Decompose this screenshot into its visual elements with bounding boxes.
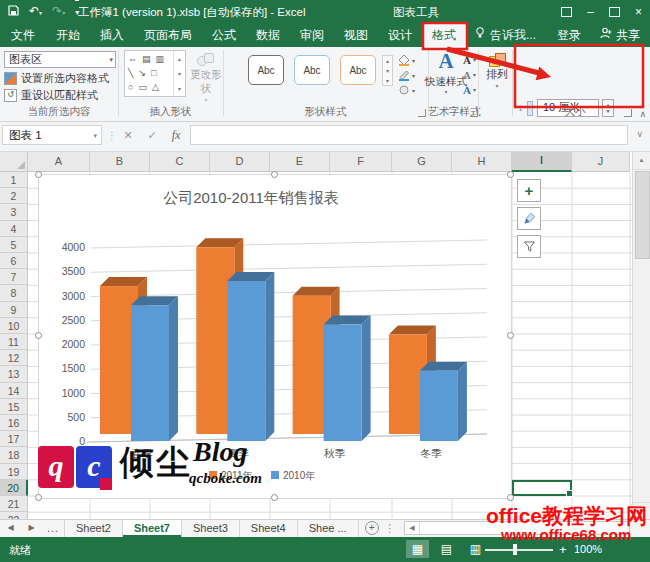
chart-resize-handle[interactable] xyxy=(507,332,514,339)
chart-elements-button[interactable]: + xyxy=(517,179,541,202)
undo-icon[interactable]: ↶▾ xyxy=(29,0,42,25)
tab-公式[interactable]: 公式 xyxy=(202,24,246,47)
tab-审阅[interactable]: 审阅 xyxy=(290,24,334,47)
row-header-15[interactable]: 15 xyxy=(0,399,28,415)
zoom-out-icon[interactable]: – xyxy=(471,542,478,557)
column-header-J[interactable]: J xyxy=(572,152,630,172)
row-header-2[interactable]: 2 xyxy=(0,188,28,204)
chart-resize-handle[interactable] xyxy=(271,494,278,501)
row-header-7[interactable]: 7 xyxy=(0,269,28,285)
chart-resize-handle[interactable] xyxy=(507,494,514,501)
tab-视图[interactable]: 视图 xyxy=(334,24,378,47)
sheet-tab-Sheet7[interactable]: Sheet7 xyxy=(123,520,182,537)
sheet-tab-Shee[interactable]: Shee ... xyxy=(298,520,359,537)
insert-function-icon[interactable]: fx xyxy=(164,128,188,143)
row-header-8[interactable]: 8 xyxy=(0,285,28,301)
gallery-scroll[interactable]: ▴▾▾ xyxy=(173,51,185,96)
sheet-tab-Sheet3[interactable]: Sheet3 xyxy=(182,520,240,537)
row-header-10[interactable]: 10 xyxy=(0,318,28,334)
sheet-nav-left-icon[interactable]: ◀ xyxy=(0,520,21,537)
tab-设计[interactable]: 设计 xyxy=(378,24,422,47)
select-all-corner[interactable] xyxy=(0,152,28,172)
active-cell-I20[interactable] xyxy=(512,480,572,496)
tab-数据[interactable]: 数据 xyxy=(246,24,290,47)
chart-styles-button[interactable] xyxy=(517,207,541,230)
new-sheet-icon[interactable]: + xyxy=(365,521,379,535)
tell-me-box[interactable]: 告诉我... xyxy=(466,24,545,47)
tab-开始[interactable]: 开始 xyxy=(46,24,90,47)
row-header-22[interactable]: 22 xyxy=(0,512,28,519)
text-box-shape-icon[interactable]: ▤ xyxy=(142,54,151,64)
shape-style-preview-2[interactable]: Abc xyxy=(294,55,330,85)
formula-input[interactable] xyxy=(190,125,628,145)
maximize-icon[interactable] xyxy=(609,7,620,17)
sign-in-button[interactable]: 登录 xyxy=(548,24,590,47)
share-button[interactable]: 共享 xyxy=(590,24,650,47)
shape-style-scroll[interactable]: ▴▾▾ xyxy=(382,55,393,86)
page-layout-view-icon[interactable]: ▤ xyxy=(435,540,458,558)
collapse-ribbon-icon[interactable]: ∧ xyxy=(639,109,646,119)
save-icon[interactable] xyxy=(8,5,19,19)
arrange-button[interactable]: 排列 ▾ xyxy=(481,53,513,89)
sheet-tab-Sheet2[interactable]: Sheet2 xyxy=(64,520,123,537)
chart-object[interactable]: 05001000150020002500300035004000春季夏季秋季冬季… xyxy=(38,174,512,499)
row-header-20[interactable]: 20 xyxy=(0,480,28,496)
column-header-A[interactable]: A xyxy=(28,152,90,172)
sheet-tab-Sheet4[interactable]: Sheet4 xyxy=(240,520,298,537)
row-header-9[interactable]: 9 xyxy=(0,302,28,318)
chart-resize-handle[interactable] xyxy=(35,171,42,178)
column-header-E[interactable]: E xyxy=(270,152,330,172)
close-icon[interactable]: × xyxy=(635,0,642,24)
shape-style-preview-3[interactable]: Abc xyxy=(340,55,376,85)
redo-icon[interactable]: ↷▾ xyxy=(52,0,65,25)
ribbon-display-options-icon[interactable] xyxy=(561,7,572,17)
column-header-G[interactable]: G xyxy=(392,152,452,172)
reset-to-match-style-button[interactable]: ↺ 重设以匹配样式 xyxy=(4,88,98,102)
oval-shape-icon[interactable]: ○ xyxy=(128,82,133,92)
chart-resize-handle[interactable] xyxy=(271,171,278,178)
row-header-3[interactable]: 3 xyxy=(0,204,28,220)
shape-fill-button[interactable]: ▾ xyxy=(398,53,426,67)
chart-resize-handle[interactable] xyxy=(507,171,514,178)
tab-格式[interactable]: 格式 xyxy=(422,24,466,47)
column-header-B[interactable]: B xyxy=(90,152,150,172)
scroll-down-icon[interactable]: ▼ xyxy=(633,502,650,519)
row-header-5[interactable]: 5 xyxy=(0,237,28,253)
row-header-11[interactable]: 11 xyxy=(0,334,28,350)
line-shape-icon[interactable]: ╲ xyxy=(128,68,133,78)
size-dialog-launcher-icon[interactable] xyxy=(624,109,632,117)
row-header-19[interactable]: 19 xyxy=(0,464,28,480)
row-header-18[interactable]: 18 xyxy=(0,447,28,463)
zoom-level[interactable]: 100% xyxy=(574,543,602,555)
column-header-I[interactable]: I xyxy=(512,152,572,172)
row-header-6[interactable]: 6 xyxy=(0,253,28,269)
row-header-12[interactable]: 12 xyxy=(0,350,28,366)
vertical-scrollbar[interactable]: ▲ ▼ xyxy=(632,152,650,519)
scroll-left-icon[interactable]: ◀ xyxy=(405,522,420,534)
vertical-scroll-thumb[interactable] xyxy=(635,171,650,259)
change-shape-button[interactable]: 更改形状 ▾ xyxy=(187,53,225,103)
name-box[interactable]: 图表 1 ▾ xyxy=(2,125,102,145)
row-header-16[interactable]: 16 xyxy=(0,415,28,431)
column-header-F[interactable]: F xyxy=(330,152,392,172)
tab-文件[interactable]: 文件 xyxy=(0,24,46,47)
row-header-21[interactable]: 21 xyxy=(0,496,28,512)
column-header-D[interactable]: D xyxy=(210,152,270,172)
minimize-icon[interactable]: – xyxy=(587,0,594,24)
scroll-up-icon[interactable]: ▲ xyxy=(633,152,650,170)
sheet-nav-right-icon[interactable]: ▶ xyxy=(21,520,42,537)
sheet-ellipsis[interactable]: ... xyxy=(42,520,64,537)
rectangle-shape-icon[interactable]: □ xyxy=(151,68,156,78)
row-header-14[interactable]: 14 xyxy=(0,383,28,399)
row-header-13[interactable]: 13 xyxy=(0,366,28,382)
tab-插入[interactable]: 插入 xyxy=(90,24,134,47)
shape-styles-dialog-launcher-icon[interactable] xyxy=(418,109,426,117)
triangle-shape-icon[interactable]: △ xyxy=(152,82,159,92)
zoom-slider-handle[interactable] xyxy=(513,544,517,555)
chart-element-selector[interactable]: 图表区 ▾ xyxy=(4,51,116,68)
chart-filters-button[interactable] xyxy=(517,235,541,258)
normal-view-icon[interactable]: ▦ xyxy=(406,540,429,558)
format-selection-button[interactable]: 设置所选内容格式 xyxy=(4,71,109,85)
column-header-H[interactable]: H xyxy=(452,152,512,172)
arrow-shape-icon[interactable]: ↘ xyxy=(138,68,146,78)
